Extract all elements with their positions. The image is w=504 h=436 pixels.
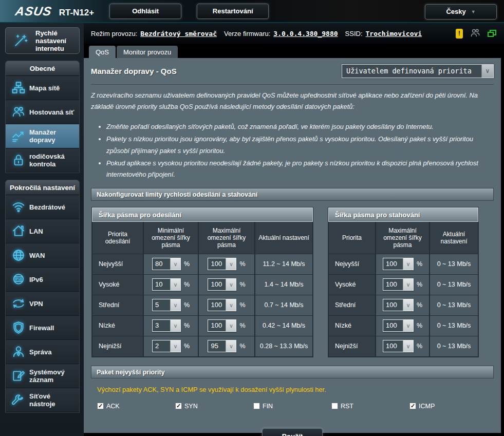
table-row: Nejvyšší 80∨% 100∨% 11.2 ~ 14 Mb/s: [92, 254, 313, 275]
quick-setup-label: Rychlé nastavení internetu: [35, 29, 75, 52]
page-title: Manažer dopravy - QoS: [91, 67, 177, 75]
checkbox-icon[interactable]: [253, 403, 260, 409]
language-dropdown[interactable]: Česky ▼: [425, 4, 497, 20]
content-panel: Manažer dopravy - QoS Uživatelem definov…: [84, 58, 501, 433]
max-bandwidth-select[interactable]: 100∨: [383, 278, 414, 291]
max-bandwidth-select[interactable]: 100∨: [208, 319, 236, 332]
magic-wand-icon: [10, 33, 31, 48]
checkbox-ack[interactable]: ACK: [97, 403, 175, 410]
sidebar-item-label: Systémový záznam: [29, 368, 77, 384]
column-header: Priorita: [328, 222, 376, 254]
column-header: Aktuální nastavení: [430, 222, 478, 254]
current-setting: 0.42 ~ 14 Mb/s: [255, 316, 313, 336]
sidebar-item-wireless[interactable]: Bezdrátové: [6, 195, 79, 219]
apply-button[interactable]: Použít: [262, 428, 323, 436]
download-bandwidth-table: Šířka pásma pro stahování Priorita Maxim…: [328, 207, 479, 357]
sidebar-item-lan[interactable]: LAN: [6, 219, 79, 243]
min-bandwidth-select[interactable]: 2∨: [152, 340, 181, 352]
reboot-button[interactable]: Restartování: [197, 4, 269, 19]
sidebar-item-label: rodičovská kontrola: [29, 153, 77, 168]
checkbox-icon[interactable]: [175, 403, 182, 409]
sidebar-item-network-map[interactable]: Mapa sítě: [6, 76, 79, 100]
sidebar-item-administration[interactable]: Správa: [6, 340, 79, 364]
qos-type-select[interactable]: Uživatelem definovaná priorita ∨: [342, 64, 494, 78]
svg-text:IPv6: IPv6: [15, 277, 23, 281]
group-title: Obecné: [6, 61, 79, 76]
chevron-down-icon: ∨: [403, 320, 413, 331]
min-bandwidth-select[interactable]: 5∨: [152, 299, 181, 311]
min-bandwidth-select[interactable]: 3∨: [152, 319, 181, 332]
max-bandwidth-select[interactable]: 100∨: [208, 258, 236, 270]
sidebar-item-network-tools[interactable]: Síťové nástroje: [6, 388, 79, 412]
network-map-icon: [8, 81, 29, 95]
min-bandwidth-select[interactable]: 10∨: [152, 278, 181, 291]
tab-traffic-monitor[interactable]: Monitor provozu: [117, 46, 178, 58]
max-bandwidth-select[interactable]: 100∨: [383, 319, 414, 332]
model-name: RT-N12+: [59, 8, 95, 18]
checkbox-icmp[interactable]: ICMP: [409, 403, 488, 410]
table-row: Střední 5∨% 100∨% 0.7 ~ 14 Mb/s: [92, 295, 313, 316]
column-header: Aktuální nastavení: [255, 222, 313, 254]
table-row: Vysoké 100∨% 0 ~ 13 Mb/s: [328, 275, 478, 295]
bullet-item: Pakety s nízkou prioritou jsou ignorován…: [106, 134, 494, 157]
table-row: Nejnižší 2∨% 95∨% 0.28 ~ 13.3 Mb/s: [92, 336, 313, 357]
tab-bar: QoS Monitor provozu: [84, 44, 504, 58]
chevron-down-icon: ∨: [226, 320, 236, 331]
logout-button[interactable]: Odhlásit: [109, 4, 181, 19]
intro-text: Z rozevíracího seznamu uživatelem defino…: [91, 90, 494, 113]
sidebar-item-wan[interactable]: WAN: [6, 243, 79, 268]
firmware-label: Verze firmwaru:: [224, 30, 270, 37]
clients-icon[interactable]: [470, 28, 480, 39]
sidebar-item-firewall[interactable]: Firewall: [6, 316, 79, 340]
operation-mode-link[interactable]: Bezdrátový směrovač: [140, 30, 217, 37]
sidebar-item-label: Mapa sítě: [29, 84, 60, 92]
sidebar-item-guest-network[interactable]: Hostovaná síť: [6, 100, 79, 124]
checkbox-syn[interactable]: SYN: [175, 403, 253, 410]
table-row: Střední 100∨% 0 ~ 13 Mb/s: [328, 295, 478, 316]
mode-label: Režim provozu:: [91, 30, 137, 37]
chevron-down-icon: ∨: [403, 299, 413, 311]
current-setting: 0 ~ 13 Mb/s: [430, 275, 478, 295]
sidebar-item-ipv6[interactable]: IPv6 IPv6: [6, 268, 79, 292]
brand: ASUS RT-N12+: [15, 4, 94, 18]
sidebar-item-label: Hostovaná síť: [29, 108, 74, 116]
firmware-alert-icon[interactable]: !: [456, 29, 463, 39]
chevron-down-icon: ∨: [170, 340, 180, 352]
sidebar-item-label: Síťové nástroje: [29, 392, 77, 408]
table-row: Nízké 100∨% 0 ~ 13 Mb/s: [328, 316, 478, 336]
checkbox-fin[interactable]: FIN: [253, 403, 331, 410]
firmware-version-link[interactable]: 3.0.0.4.380_9880: [273, 30, 338, 37]
wrench-icon: [8, 393, 29, 407]
sidebar-item-traffic-manager[interactable]: Manažer dopravy: [6, 124, 79, 148]
tab-qos[interactable]: QoS: [89, 46, 116, 58]
chevron-down-icon: ∨: [170, 299, 180, 311]
lock-icon: [8, 153, 29, 167]
wifi-icon: [8, 200, 29, 214]
chevron-down-icon: ∨: [226, 299, 236, 311]
sidebar-item-system-log[interactable]: Systémový záznam: [6, 364, 79, 388]
table-row: Vysoké 10∨% 100∨% 1.4 ~ 14 Mb/s: [92, 275, 313, 295]
sidebar-item-label: VPN: [29, 300, 43, 308]
ssid-link[interactable]: Trochimovicovi: [366, 30, 422, 37]
sidebar-item-parental-control[interactable]: rodičovská kontrola: [6, 148, 79, 173]
max-bandwidth-select[interactable]: 95∨: [208, 340, 236, 352]
checkbox-icon[interactable]: [97, 403, 104, 409]
guest-network-icon: [8, 105, 29, 119]
checkbox-rst[interactable]: RST: [331, 403, 409, 410]
top-bar: ASUS RT-N12+ Odhlásit Restartování Česky…: [0, 0, 504, 23]
menu-group-general: Obecné Mapa sítě Hostovaná síť: [5, 61, 80, 173]
max-bandwidth-select[interactable]: 100∨: [383, 258, 414, 270]
ssid-label: SSID:: [345, 30, 363, 37]
max-bandwidth-select[interactable]: 100∨: [208, 299, 236, 311]
max-bandwidth-select[interactable]: 100∨: [383, 340, 414, 352]
max-bandwidth-select[interactable]: 100∨: [383, 299, 414, 311]
chevron-down-icon: ∨: [170, 320, 180, 331]
max-bandwidth-select[interactable]: 100∨: [208, 278, 236, 291]
checkbox-icon[interactable]: [409, 403, 416, 409]
quick-internet-setup-button[interactable]: Rychlé nastavení internetu: [5, 27, 80, 54]
min-bandwidth-select[interactable]: 80∨: [152, 258, 181, 270]
sidebar-item-vpn[interactable]: VPN: [6, 292, 79, 316]
chevron-down-icon: ∨: [226, 340, 236, 352]
checkbox-icon[interactable]: [331, 403, 338, 409]
devices-icon[interactable]: [488, 30, 497, 37]
